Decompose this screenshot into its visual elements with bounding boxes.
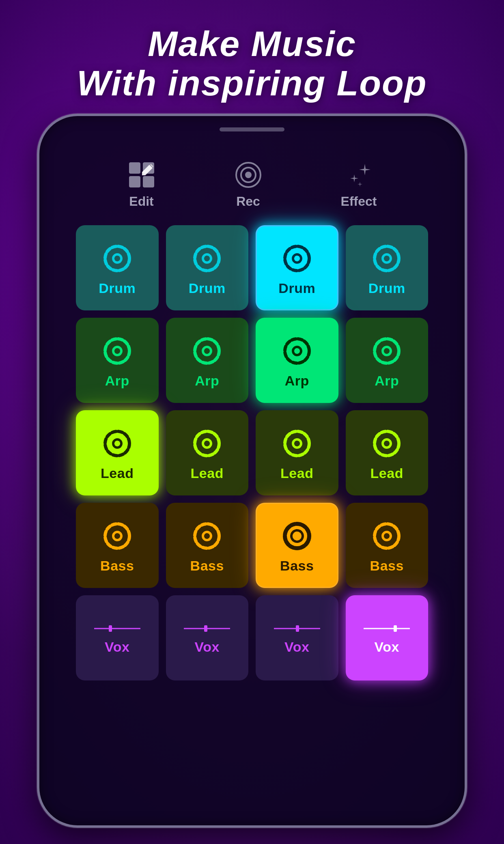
svg-rect-42: [204, 625, 207, 632]
pad-arp-2[interactable]: Arp: [166, 318, 249, 403]
svg-rect-2: [129, 176, 140, 187]
svg-point-15: [105, 339, 129, 363]
pad-grid: Drum Drum Drum: [64, 225, 440, 680]
pad-label: Lead: [280, 465, 313, 481]
pad-label: Drum: [189, 280, 226, 296]
effect-icon: [345, 161, 373, 189]
rec-label: Rec: [236, 194, 260, 209]
phone-notch: [220, 127, 284, 131]
title-section: Make Music With inspiring Loop: [0, 24, 504, 103]
svg-point-29: [375, 431, 399, 456]
side-button: [37, 270, 39, 303]
pad-vox-1[interactable]: Vox: [76, 595, 159, 680]
svg-point-33: [195, 524, 219, 548]
svg-point-24: [113, 439, 121, 448]
pad-drum-1[interactable]: Drum: [76, 225, 159, 310]
svg-point-13: [375, 246, 399, 271]
pad-label: Lead: [191, 465, 224, 481]
pad-drum-4[interactable]: Drum: [346, 225, 429, 310]
pad-label: Lead: [370, 465, 403, 481]
pad-bass-3-active[interactable]: Bass: [256, 503, 338, 588]
pad-label: Vox: [195, 639, 220, 655]
pad-bass-2[interactable]: Bass: [166, 503, 249, 588]
svg-point-27: [285, 431, 309, 456]
svg-rect-46: [394, 625, 397, 632]
toolbar: Edit Rec: [64, 149, 440, 217]
toolbar-effect[interactable]: Effect: [341, 161, 377, 209]
pad-bass-4[interactable]: Bass: [346, 503, 429, 588]
svg-point-38: [383, 532, 391, 540]
pad-arp-3-active[interactable]: Arp: [256, 318, 338, 403]
effect-label: Effect: [341, 194, 377, 209]
svg-point-23: [105, 431, 129, 456]
pad-vox-4-active[interactable]: Vox: [346, 595, 429, 680]
svg-point-36: [291, 530, 303, 542]
svg-rect-40: [109, 625, 112, 632]
svg-rect-3: [143, 176, 154, 187]
edit-icon: [127, 161, 156, 189]
pad-label: Bass: [370, 558, 404, 574]
svg-point-26: [203, 439, 211, 448]
pad-arp-4[interactable]: Arp: [346, 318, 429, 403]
svg-point-22: [383, 347, 391, 355]
title-line1: Make Music: [0, 24, 504, 64]
svg-point-16: [113, 347, 121, 355]
pad-label: Arp: [195, 373, 219, 389]
pad-lead-1-active[interactable]: Lead: [76, 410, 159, 495]
record-icon: [234, 161, 263, 189]
pad-label: Drum: [278, 280, 315, 296]
svg-point-6: [245, 172, 252, 178]
pad-label: Bass: [100, 558, 134, 574]
svg-rect-0: [129, 162, 140, 174]
svg-point-34: [203, 532, 211, 540]
pad-vox-2[interactable]: Vox: [166, 595, 249, 680]
pad-lead-4[interactable]: Lead: [346, 410, 429, 495]
app-content: Edit Rec: [39, 149, 465, 825]
svg-point-21: [375, 339, 399, 363]
pad-arp-1[interactable]: Arp: [76, 318, 159, 403]
svg-point-35: [285, 524, 309, 548]
pad-label: Drum: [368, 280, 405, 296]
svg-point-7: [105, 246, 129, 271]
pad-bass-1[interactable]: Bass: [76, 503, 159, 588]
svg-point-19: [285, 339, 309, 363]
pad-label: Arp: [375, 373, 399, 389]
pad-label: Drum: [99, 280, 136, 296]
svg-point-18: [203, 347, 211, 355]
svg-rect-44: [296, 625, 299, 632]
svg-point-8: [113, 254, 121, 263]
pad-lead-3[interactable]: Lead: [256, 410, 338, 495]
svg-point-12: [293, 254, 301, 263]
pad-label: Vox: [105, 639, 129, 655]
toolbar-rec[interactable]: Rec: [234, 161, 263, 209]
svg-point-30: [383, 439, 391, 448]
svg-point-37: [375, 524, 399, 548]
svg-point-11: [285, 246, 309, 271]
pad-vox-3[interactable]: Vox: [256, 595, 338, 680]
svg-point-31: [105, 524, 129, 548]
title-line2: With inspiring Loop: [0, 64, 504, 103]
svg-point-32: [113, 532, 121, 540]
pad-label: Bass: [280, 558, 314, 574]
pad-label: Arp: [285, 373, 309, 389]
pad-label: Lead: [101, 465, 134, 481]
pad-lead-2[interactable]: Lead: [166, 410, 249, 495]
pad-drum-3-active[interactable]: Drum: [256, 225, 338, 310]
svg-point-28: [293, 439, 301, 448]
svg-point-17: [195, 339, 219, 363]
edit-label: Edit: [129, 194, 153, 209]
svg-point-9: [195, 246, 219, 271]
pad-label: Arp: [105, 373, 129, 389]
svg-point-10: [203, 254, 211, 263]
pad-drum-2[interactable]: Drum: [166, 225, 249, 310]
phone-frame: Edit Rec: [37, 114, 467, 828]
svg-point-14: [383, 254, 391, 263]
pad-label: Bass: [190, 558, 224, 574]
svg-point-25: [195, 431, 219, 456]
svg-point-20: [293, 347, 301, 355]
pad-label: Vox: [284, 639, 309, 655]
pad-label: Vox: [375, 639, 399, 655]
toolbar-edit[interactable]: Edit: [127, 161, 156, 209]
